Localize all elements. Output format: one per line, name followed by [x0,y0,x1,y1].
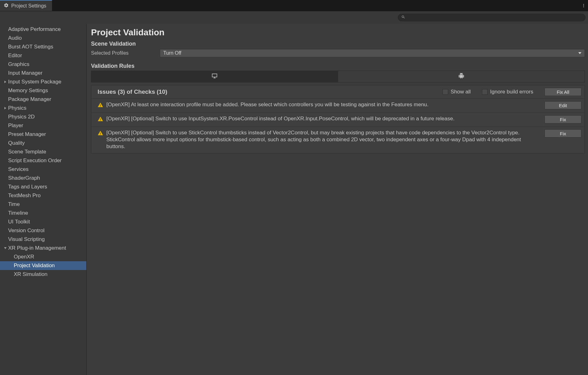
sidebar-item[interactable]: TextMesh Pro [0,191,86,200]
tab-bar: Project Settings [0,0,588,11]
selected-profiles-dropdown[interactable]: Turn Off [160,49,585,57]
sidebar-item[interactable]: Physics [0,104,86,112]
sidebar-item[interactable]: Editor [0,51,86,60]
sidebar-item[interactable]: Input System Package [0,78,86,86]
sidebar-item[interactable]: Preset Manager [0,130,86,139]
show-all-checkbox[interactable]: Show all [443,89,471,95]
sidebar-item-label: OpenXR [14,253,34,261]
search-icon [401,15,405,20]
sidebar-item-label: Preset Manager [8,131,46,138]
issue-message: [OpenXR] At least one interaction profil… [106,101,541,108]
sidebar-item-label: Physics 2D [8,113,35,121]
issue-message: [OpenXR] [Optional] Switch to use StickC… [106,129,541,150]
platform-tab-android[interactable] [338,71,585,82]
sidebar-item-label: Player [8,122,23,129]
sidebar-item-label: Quality [8,139,25,147]
sidebar-item-label: Graphics [8,61,29,68]
sidebar-item[interactable]: Audio [0,34,86,42]
sidebar-item[interactable]: Memory Settings [0,86,86,95]
sidebar-item-label: Tags and Layers [8,183,47,191]
sidebar-item[interactable]: XR Plug-in Management [0,244,86,252]
sidebar-item[interactable]: Scene Template [0,148,86,156]
sidebar-item-label: Package Manager [8,96,51,103]
sidebar-item-label: Audio [8,34,22,42]
sidebar-item-label: TextMesh Pro [8,192,41,199]
validation-rules-heading: Validation Rules [91,63,585,69]
tab-project-settings[interactable]: Project Settings [0,0,52,11]
sidebar-item[interactable]: Visual Scripting [0,235,86,244]
project-settings-window: Project Settings Adaptive PerformanceAud… [0,0,588,375]
issue-message: [OpenXR] [Optional] Switch to use InputS… [106,115,541,122]
show-all-label: Show all [451,89,471,95]
monitor-icon [211,73,218,80]
sidebar-item-label: XR Simulation [14,271,48,278]
sidebar-item[interactable]: Project Validation [0,261,86,270]
scene-validation-heading: Scene Validation [91,41,585,47]
sidebar-item-label: ShaderGraph [8,174,40,182]
sidebar-item[interactable]: Adaptive Performance [0,25,86,34]
sidebar-item-label: Memory Settings [8,87,48,94]
issue-row: [OpenXR] [Optional] Switch to use StickC… [91,127,585,153]
sidebar-item[interactable]: Script Execution Order [0,156,86,165]
sidebar-item[interactable]: Services [0,165,86,174]
sidebar-item-label: Input Manager [8,69,43,77]
sidebar-item[interactable]: UI Toolkit [0,218,86,226]
sidebar-item-label: Services [8,166,28,173]
sidebar-item[interactable]: XR Simulation [0,270,86,279]
chevron-right-icon [3,80,8,83]
android-icon [458,73,464,80]
platform-tab-standalone[interactable] [91,71,338,82]
search-box[interactable] [398,14,585,21]
sidebar-item[interactable]: Physics 2D [0,112,86,121]
sidebar-item-label: UI Toolkit [8,218,30,226]
fix-all-button[interactable]: Fix All [545,88,581,96]
search-input[interactable] [407,15,582,20]
sidebar-item-label: Input System Package [8,78,61,86]
sidebar-item[interactable]: Burst AOT Settings [0,42,86,51]
sidebar-item-label: Version Control [8,227,44,234]
selected-profiles-row: Selected Profiles Turn Off [91,49,585,57]
sidebar-item[interactable]: Package Manager [0,95,86,104]
sidebar-item[interactable]: Input Manager [0,69,86,78]
ignore-build-errors-label: Ignore build errors [490,89,533,95]
sidebar-item[interactable]: OpenXR [0,252,86,261]
sidebar-item[interactable]: Timeline [0,209,86,218]
edit-button[interactable]: Edit [545,101,581,109]
platform-tabs [91,71,585,82]
fix-button[interactable]: Fix [545,129,581,138]
main-panel: Project Validation Scene Validation Sele… [87,24,588,375]
sidebar-item[interactable]: ShaderGraph [0,174,86,182]
sidebar-item[interactable]: Player [0,121,86,130]
sidebar-item[interactable]: Version Control [0,226,86,235]
sidebar-item-label: Adaptive Performance [8,26,61,33]
issues-list: [OpenXR] At least one interaction profil… [91,99,585,153]
toolbar [0,11,588,24]
svg-point-1 [583,5,584,6]
sidebar-item-label: Editor [8,52,22,59]
fix-button[interactable]: Fix [545,115,581,123]
sidebar-item[interactable]: Tags and Layers [0,182,86,191]
checkbox-box [443,89,448,95]
sidebar-item-label: XR Plug-in Management [8,244,66,252]
sidebar-item-label: Scene Template [8,148,46,156]
warning-icon [98,130,103,137]
sidebar-item-label: Physics [8,104,27,112]
dropdown-value: Turn Off [163,50,181,56]
kebab-menu[interactable] [579,0,588,11]
issue-row: [OpenXR] At least one interaction profil… [91,99,585,113]
svg-point-2 [583,6,584,7]
sidebar-item-label: Visual Scripting [8,236,45,243]
warning-icon [98,116,103,123]
ignore-build-errors-checkbox[interactable]: Ignore build errors [482,89,533,95]
tab-label: Project Settings [11,3,46,9]
sidebar-item[interactable]: Quality [0,139,86,148]
selected-profiles-label: Selected Profiles [91,50,157,56]
sidebar-item-label: Time [8,201,20,208]
issues-header: Issues (3) of Checks (10) Show all Ignor… [91,85,585,99]
page-title: Project Validation [91,28,585,38]
tabbar-spacer [52,0,579,11]
sidebar-item[interactable]: Time [0,200,86,209]
svg-point-0 [583,4,584,4]
chevron-down-icon [3,247,8,250]
sidebar-item[interactable]: Graphics [0,60,86,69]
